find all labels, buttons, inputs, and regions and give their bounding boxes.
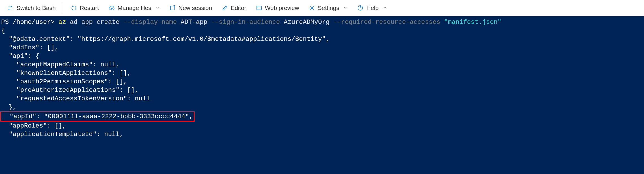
output-line: "applicationTemplateId": null,: [1, 131, 123, 138]
new-session-button[interactable]: New session: [165, 3, 216, 13]
chevron-down-icon: [155, 5, 160, 11]
new-session-icon: [169, 5, 176, 11]
restart-label: Restart: [80, 5, 99, 11]
terminal-prompt-path: /home/user>: [13, 18, 55, 26]
terminal-output[interactable]: PS /home/user> az ad app create --displa…: [0, 16, 644, 174]
svg-rect-1: [257, 6, 261, 10]
output-line: "appRoles": [],: [1, 122, 66, 130]
cmd-val3: "manifest.json": [440, 18, 501, 26]
output-line: "api": {: [1, 52, 39, 60]
output-line: "preAuthorizedApplications": [],: [1, 86, 139, 94]
pencil-icon: [222, 5, 228, 11]
cmd-flag2: --sign-in-audience: [211, 18, 280, 26]
cmd-val2: AzureADMyOrg: [280, 18, 333, 26]
svg-rect-0: [170, 6, 174, 10]
swap-icon: [7, 5, 14, 11]
manage-files-button[interactable]: Manage files: [105, 3, 164, 13]
gear-icon: [309, 5, 315, 11]
manage-files-label: Manage files: [118, 5, 151, 11]
output-line: "addIns": [],: [1, 44, 59, 51]
cmd-flag3: --required-resource-accesses: [333, 18, 440, 26]
cmd-val1: ADT-app: [177, 18, 211, 26]
restart-icon: [71, 5, 77, 11]
output-line: "acceptMappedClaims": null,: [1, 61, 120, 68]
settings-label: Settings: [318, 5, 339, 11]
svg-point-2: [311, 7, 313, 9]
output-line: {: [1, 27, 5, 34]
chevron-down-icon: [383, 5, 387, 11]
cmd-az: az: [59, 18, 66, 26]
restart-button[interactable]: Restart: [67, 3, 103, 13]
toolbar-divider: [63, 3, 63, 12]
settings-button[interactable]: Settings: [305, 3, 352, 13]
chevron-down-icon: [343, 5, 348, 11]
output-line: "knownClientApplications": [],: [1, 69, 131, 77]
editor-label: Editor: [231, 5, 246, 11]
cmd-flag1: --display-name: [123, 18, 177, 26]
cmd-sub: ad app create: [66, 18, 124, 26]
switch-shell-label: Switch to Bash: [16, 5, 56, 11]
appid-highlight: "appId": "00001111-aaaa-2222-bbbb-3333cc…: [0, 111, 195, 122]
terminal-prompt-ps: PS: [1, 18, 13, 26]
web-preview-button[interactable]: Web preview: [252, 3, 303, 13]
cloud-upload-icon: [109, 5, 115, 11]
switch-shell-button[interactable]: Switch to Bash: [3, 3, 60, 13]
output-line: "oauth2PermissionScopes": [],: [1, 78, 127, 85]
cloud-shell-toolbar: Switch to Bash Restart Manage files Ne: [0, 0, 644, 16]
output-line: "@odata.context": "https://graph.microso…: [1, 35, 329, 43]
output-line: "requestedAccessTokenVersion": null: [1, 95, 150, 102]
output-line-appid: "appId": "00001111-aaaa-2222-bbbb-3333cc…: [2, 113, 193, 120]
output-line: },: [1, 103, 16, 111]
help-label: Help: [366, 5, 378, 11]
help-button[interactable]: Help: [353, 3, 391, 13]
help-icon: [357, 5, 363, 11]
web-preview-label: Web preview: [265, 5, 299, 11]
editor-button[interactable]: Editor: [218, 3, 250, 13]
new-session-label: New session: [178, 5, 212, 11]
web-preview-icon: [256, 5, 262, 11]
